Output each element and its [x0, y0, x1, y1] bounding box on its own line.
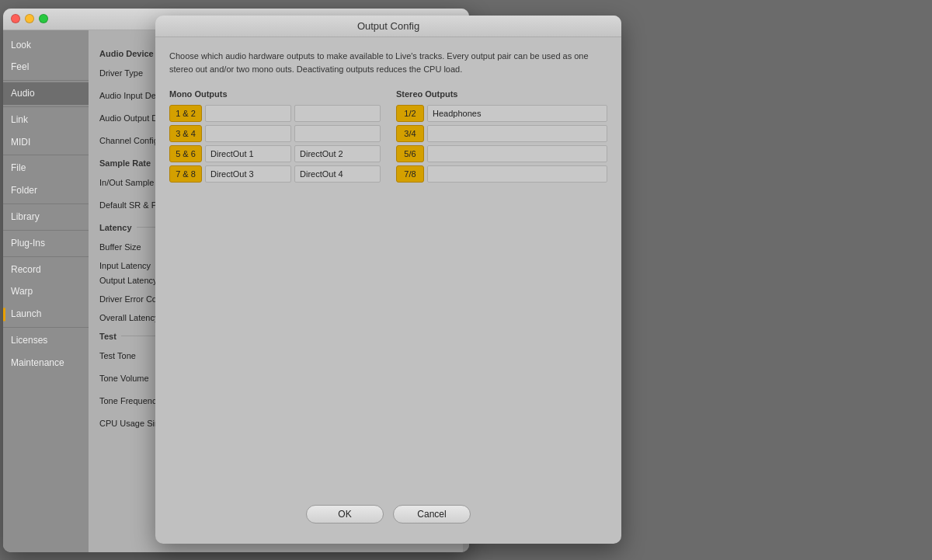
mono-field-2a[interactable]	[205, 125, 291, 142]
output-window-title: Output Config	[357, 20, 419, 32]
minimize-button[interactable]	[25, 14, 34, 23]
sidebar-divider-6	[3, 256, 89, 257]
mono-btn-12[interactable]: 1 & 2	[169, 105, 202, 122]
stereo-field-2[interactable]	[427, 125, 607, 142]
output-config-window: Output Config Choose which audio hardwar…	[155, 16, 621, 544]
sidebar-item-plugins[interactable]: Plug-Ins	[3, 232, 89, 255]
stereo-btn-56[interactable]: 5/6	[396, 145, 424, 162]
mono-btn-34[interactable]: 3 & 4	[169, 125, 202, 142]
sidebar-item-link[interactable]: Link	[3, 109, 89, 131]
sidebar-item-launch[interactable]: Launch	[3, 303, 89, 325]
stereo-row-2: 3/4	[396, 125, 607, 142]
output-title-bar: Output Config	[155, 16, 621, 37]
stereo-field-3[interactable]	[427, 145, 607, 162]
sidebar-item-file[interactable]: File	[3, 157, 89, 179]
stereo-outputs-section: Stereo Outputs 1/2 Headphones 3/4	[396, 89, 607, 494]
output-footer: OK Cancel	[169, 494, 607, 531]
sidebar-item-midi[interactable]: MIDI	[3, 131, 89, 154]
mono-field-4b[interactable]: DirectOut 4	[294, 165, 381, 183]
mono-field-2b[interactable]	[294, 125, 381, 142]
outputs-container: Mono Outputs 1 & 2	[169, 89, 607, 494]
mono-btn-56[interactable]: 5 & 6	[169, 145, 202, 162]
mono-row-3: 5 & 6 DirectOut 1 DirectOut 2	[169, 145, 381, 162]
mono-row-4: 7 & 8 DirectOut 3 DirectOut 4	[169, 165, 381, 183]
mono-row-2: 3 & 4	[169, 125, 381, 142]
sidebar: Look Feel Audio Link MIDI File	[3, 30, 89, 552]
sidebar-item-warp[interactable]: Warp	[3, 280, 89, 303]
sidebar-divider	[3, 80, 89, 81]
sidebar-divider-3	[3, 155, 89, 155]
sidebar-divider-4	[3, 203, 89, 204]
stereo-field-4[interactable]	[427, 165, 607, 183]
traffic-lights	[11, 14, 48, 23]
ok-button[interactable]: OK	[306, 505, 384, 523]
sidebar-item-audio[interactable]: Audio	[3, 82, 89, 105]
cancel-button[interactable]: Cancel	[393, 505, 471, 523]
stereo-row-1: 1/2 Headphones	[396, 105, 607, 122]
sidebar-item-licenses[interactable]: Licenses	[3, 329, 89, 352]
mono-field-4a[interactable]: DirectOut 3	[205, 165, 291, 183]
mono-field-1a[interactable]	[205, 105, 291, 122]
sidebar-item-maintenance[interactable]: Maintenance	[3, 352, 89, 374]
stereo-btn-34[interactable]: 3/4	[396, 125, 424, 142]
stereo-field-1[interactable]: Headphones	[427, 105, 607, 122]
sidebar-divider-7	[3, 327, 89, 328]
sidebar-divider-5	[3, 230, 89, 231]
mono-field-3b[interactable]: DirectOut 2	[294, 145, 381, 162]
stereo-row-3: 5/6	[396, 145, 607, 162]
stereo-row-4: 7/8	[396, 165, 607, 183]
sidebar-item-look[interactable]: Look	[3, 34, 89, 57]
sidebar-item-feel[interactable]: Feel	[3, 56, 89, 78]
mono-btn-78[interactable]: 7 & 8	[169, 165, 202, 183]
output-body: Choose which audio hardware outputs to m…	[155, 37, 621, 544]
sidebar-item-library[interactable]: Library	[3, 206, 89, 228]
close-button[interactable]	[11, 14, 20, 23]
stereo-btn-12[interactable]: 1/2	[396, 105, 424, 122]
mono-row-1: 1 & 2	[169, 105, 381, 122]
stereo-outputs-title: Stereo Outputs	[396, 89, 607, 99]
stereo-btn-78[interactable]: 7/8	[396, 165, 424, 183]
maximize-button[interactable]	[39, 14, 48, 23]
mono-field-1b[interactable]	[294, 105, 381, 122]
mono-outputs-title: Mono Outputs	[169, 89, 381, 99]
sidebar-divider-2	[3, 106, 89, 107]
mono-field-3a[interactable]: DirectOut 1	[205, 145, 291, 162]
mono-outputs-section: Mono Outputs 1 & 2	[169, 89, 381, 494]
output-description: Choose which audio hardware outputs to m…	[169, 50, 607, 75]
sidebar-item-record[interactable]: Record	[3, 259, 89, 281]
sidebar-item-folder[interactable]: Folder	[3, 179, 89, 202]
